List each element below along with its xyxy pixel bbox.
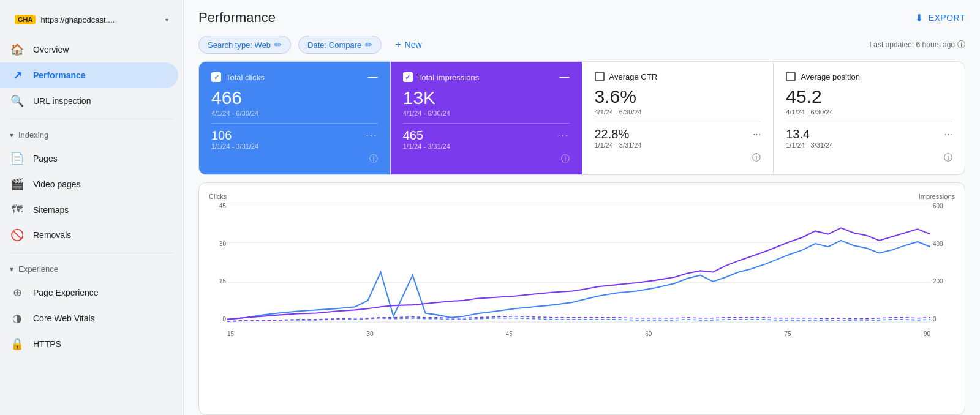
sidebar-item-video-pages[interactable]: 🎬 Video pages bbox=[0, 171, 178, 197]
last-updated: Last updated: 6 hours ago ⓘ bbox=[870, 39, 965, 50]
removals-icon: 🚫 bbox=[10, 228, 24, 242]
help-circle-icon: ⓘ bbox=[957, 39, 965, 50]
chart-area: 45 30 15 0 600 400 200 0 bbox=[209, 203, 955, 337]
site-badge: GHA bbox=[15, 15, 36, 24]
ctr-checkbox[interactable] bbox=[595, 72, 605, 81]
impressions-dots-icon[interactable]: ··· bbox=[557, 130, 569, 141]
sidebar-label-video-pages: Video pages bbox=[33, 179, 81, 189]
clicks-sub-row: 106 ··· bbox=[211, 129, 378, 143]
metric-average-ctr: Average CTR 3.6% 4/1/24 - 6/30/24 22.8% … bbox=[582, 62, 774, 174]
x-axis: 15 30 45 60 75 90 bbox=[227, 331, 930, 337]
y-right-400: 400 bbox=[933, 241, 955, 247]
sidebar-label-performance: Performance bbox=[33, 70, 86, 80]
sidebar-label-overview: Overview bbox=[33, 45, 69, 54]
position-value-main: 45.2 bbox=[786, 86, 952, 107]
sidebar-label-https: HTTPS bbox=[33, 339, 61, 349]
impressions-line bbox=[227, 228, 930, 320]
clicks-label: Total clicks bbox=[226, 73, 265, 82]
sidebar-item-sitemaps[interactable]: 🗺 Sitemaps bbox=[0, 197, 178, 222]
clicks-help: ⓘ bbox=[211, 154, 378, 165]
ctr-date2: 1/1/24 - 3/31/24 bbox=[595, 141, 761, 149]
impressions-value-sub: 465 bbox=[403, 129, 423, 143]
metric-impressions-header: Total impressions — bbox=[403, 72, 570, 83]
core-web-vitals-icon: ◑ bbox=[10, 312, 24, 325]
sidebar-item-url-inspection[interactable]: 🔍 URL inspection bbox=[0, 88, 178, 114]
export-button[interactable]: ⬇ EXPORT bbox=[915, 12, 965, 24]
ctr-help-icon[interactable]: ⓘ bbox=[752, 152, 761, 163]
export-label: EXPORT bbox=[929, 13, 965, 23]
sidebar-item-page-experience[interactable]: ⊕ Page Experience bbox=[0, 280, 178, 305]
position-divider bbox=[786, 122, 952, 122]
clicks-help-icon[interactable]: ⓘ bbox=[369, 154, 378, 165]
sidebar-item-https[interactable]: 🔒 HTTPS bbox=[0, 331, 178, 357]
x-label-15: 15 bbox=[227, 331, 234, 337]
metric-total-impressions: Total impressions — 13K 4/1/24 - 6/30/24… bbox=[391, 62, 582, 174]
experience-section-header[interactable]: ▾ Experience bbox=[0, 258, 183, 280]
sidebar-item-removals[interactable]: 🚫 Removals bbox=[0, 222, 178, 248]
clicks-value-sub: 106 bbox=[211, 129, 232, 143]
x-label-90: 90 bbox=[924, 331, 930, 337]
ctr-help: ⓘ bbox=[595, 152, 761, 163]
sidebar-label-sitemaps: Sitemaps bbox=[33, 205, 69, 215]
y-axis-right: 600 400 200 0 bbox=[933, 203, 955, 323]
date-filter[interactable]: Date: Compare ✏ bbox=[298, 36, 382, 54]
position-sub-row: 13.4 ··· bbox=[786, 127, 952, 141]
position-date1: 4/1/24 - 6/30/24 bbox=[786, 108, 952, 116]
position-checkbox[interactable] bbox=[786, 72, 796, 81]
ctr-sub-row: 22.8% ··· bbox=[595, 127, 761, 141]
filter-bar: Search type: Web ✏ Date: Compare ✏ + New… bbox=[184, 31, 980, 61]
x-label-45: 45 bbox=[506, 331, 513, 337]
new-label: New bbox=[405, 40, 422, 50]
y-right-0: 0 bbox=[933, 316, 955, 323]
sidebar-item-core-web-vitals[interactable]: ◑ Core Web Vitals bbox=[0, 305, 178, 331]
x-label-30: 30 bbox=[366, 331, 373, 337]
impressions-checkbox[interactable] bbox=[403, 72, 413, 82]
last-updated-text: Last updated: 6 hours ago bbox=[870, 40, 955, 49]
sidebar-label-page-experience: Page Experience bbox=[33, 288, 99, 297]
page-title: Performance bbox=[198, 10, 276, 26]
edit-date-icon: ✏ bbox=[365, 40, 372, 50]
site-selector[interactable]: GHA https://ghapodcast.... ▾ bbox=[5, 10, 178, 29]
impressions-help-icon[interactable]: ⓘ bbox=[561, 154, 570, 165]
ctr-dots-icon[interactable]: ··· bbox=[753, 129, 761, 140]
collapse-experience-icon: ▾ bbox=[10, 265, 13, 274]
ctr-value-sub: 22.8% bbox=[595, 127, 630, 141]
ctr-value-main: 3.6% bbox=[595, 86, 761, 107]
chart-svg bbox=[227, 203, 930, 323]
clicks-checkbox[interactable] bbox=[211, 72, 221, 82]
position-dots-icon[interactable]: ··· bbox=[944, 129, 952, 140]
chevron-down-icon: ▾ bbox=[165, 17, 168, 23]
clicks-dots-icon[interactable]: ··· bbox=[366, 130, 377, 141]
metric-ctr-header: Average CTR bbox=[595, 72, 761, 81]
sidebar-item-performance[interactable]: ↗ Performance bbox=[0, 62, 178, 88]
position-help-icon[interactable]: ⓘ bbox=[944, 152, 952, 163]
x-label-60: 60 bbox=[645, 331, 652, 337]
y-left-45: 45 bbox=[209, 203, 226, 209]
clicks-value-main: 466 bbox=[211, 88, 378, 108]
main-content: Performance ⬇ EXPORT Search type: Web ✏ … bbox=[184, 0, 980, 415]
trending-up-icon: ↗ bbox=[10, 69, 24, 82]
page-experience-icon: ⊕ bbox=[10, 286, 24, 299]
search-type-filter[interactable]: Search type: Web ✏ bbox=[198, 36, 291, 54]
y-left-30: 30 bbox=[209, 241, 226, 247]
video-icon: 🎬 bbox=[10, 178, 24, 191]
position-label: Average position bbox=[801, 72, 860, 81]
nav-divider-1 bbox=[10, 119, 173, 119]
impressions-divider bbox=[403, 123, 570, 124]
nav-divider-2 bbox=[10, 253, 173, 253]
sidebar-item-overview[interactable]: 🏠 Overview bbox=[0, 37, 178, 62]
metric-total-clicks: Total clicks — 466 4/1/24 - 6/30/24 106 … bbox=[199, 62, 391, 174]
clicks-remove-icon[interactable]: — bbox=[368, 72, 378, 83]
indexing-section-header[interactable]: ▾ Indexing bbox=[0, 124, 183, 146]
chart-container: Clicks Impressions 45 30 15 0 600 400 20… bbox=[198, 182, 965, 415]
top-bar: Performance ⬇ EXPORT bbox=[184, 0, 980, 31]
impressions-remove-icon[interactable]: — bbox=[560, 72, 570, 83]
https-icon: 🔒 bbox=[10, 337, 24, 351]
date-label: Date: Compare bbox=[307, 40, 361, 50]
new-filter-button[interactable]: + New bbox=[389, 36, 428, 54]
pages-icon: 📄 bbox=[10, 152, 24, 165]
impressions-value-main: 13K bbox=[403, 88, 570, 108]
y-left-title: Clicks bbox=[209, 193, 227, 200]
sidebar-item-pages[interactable]: 📄 Pages bbox=[0, 146, 178, 171]
site-url: https://ghapodcast.... bbox=[40, 15, 160, 24]
